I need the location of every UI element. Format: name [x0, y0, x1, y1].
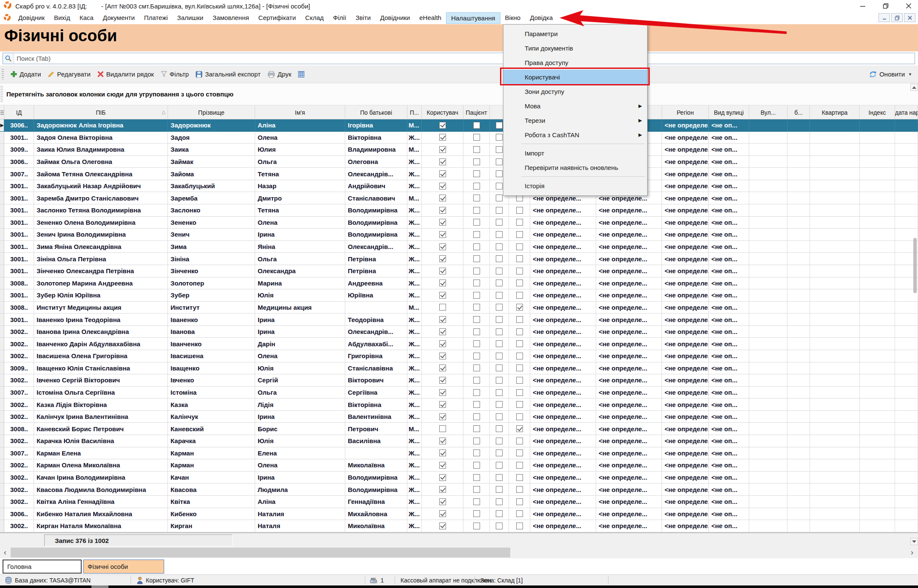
checkbox-patient[interactable] — [473, 510, 480, 517]
mdi-restore-icon[interactable] — [891, 13, 903, 22]
checkbox-c3[interactable] — [496, 195, 503, 201]
checkbox-c3[interactable] — [496, 449, 503, 456]
checkbox-c4[interactable] — [516, 401, 523, 408]
table-row[interactable]: 3001..Задоя Олена ВікторівнаЗадояОленаВі… — [0, 132, 918, 144]
checkbox-user[interactable] — [439, 377, 446, 384]
checkbox-c3[interactable] — [496, 146, 503, 153]
checkbox-user[interactable] — [439, 498, 446, 505]
checkbox-user[interactable] — [439, 389, 446, 396]
checkbox-c3[interactable] — [496, 389, 503, 396]
checkbox-c3[interactable] — [496, 243, 503, 250]
table-row[interactable]: 3002..Казка Лідія ВікторівнаКазкаЛідіяВі… — [0, 399, 918, 411]
checkbox-c4[interactable] — [516, 353, 523, 359]
checkbox-patient[interactable] — [473, 425, 480, 432]
checkbox-patient[interactable] — [473, 304, 480, 311]
column-header-patient[interactable]: Пацієнт — [463, 105, 490, 119]
checkbox-c3[interactable] — [496, 231, 503, 238]
checkbox-user[interactable] — [439, 243, 446, 250]
checkbox-patient[interactable] — [473, 438, 480, 444]
menu-item-9[interactable]: Склад — [301, 12, 328, 24]
checkbox-c4[interactable] — [516, 255, 523, 262]
checkbox-c4[interactable] — [516, 365, 523, 371]
table-row[interactable]: 3008..Золотопер Марина АндреевнаЗолотопе… — [0, 277, 918, 290]
menu-item-1[interactable]: Довідник — [14, 12, 49, 24]
table-row[interactable]: 3001..Зененко Олена ВолодимирівнаЗененко… — [0, 217, 918, 229]
checkbox-patient[interactable] — [473, 462, 480, 469]
checkbox-c3[interactable] — [496, 134, 503, 141]
scroll-left-icon[interactable]: ‹ — [0, 547, 10, 558]
checkbox-user[interactable] — [439, 219, 446, 226]
column-header-name[interactable]: Ім'я — [255, 105, 345, 119]
checkbox-patient[interactable] — [473, 377, 480, 384]
table-row[interactable]: 3002..Квасова Людмила ВолодимирівнаКвасо… — [0, 483, 918, 496]
checkbox-patient[interactable] — [473, 365, 480, 371]
table-row[interactable]: 3001..Зінченко Олександра ПетрівнаЗінчен… — [0, 265, 918, 277]
tab-fizychni-osoby[interactable]: Фізичні особи — [83, 560, 164, 574]
checkbox-c3[interactable] — [496, 523, 503, 529]
checkbox-user[interactable] — [439, 122, 446, 129]
checkbox-patient[interactable] — [473, 389, 480, 396]
checkbox-user[interactable] — [439, 462, 446, 469]
menu-item-3[interactable]: Каса — [75, 12, 98, 24]
checkbox-user[interactable] — [439, 280, 446, 286]
table-row[interactable]: 3002..Качан Ірина ВолодимирівнаКачанІрин… — [0, 472, 918, 484]
table-row[interactable]: 3001..Зініна Ольга ПетрівнаЗінінаОльгаПе… — [0, 253, 918, 265]
dropdown-item-7[interactable]: Терези▶ — [503, 113, 647, 127]
checkbox-c3[interactable] — [496, 158, 503, 165]
table-row[interactable]: 3002..Карачка Юлія ВасилівнаКарачкаЮліяВ… — [0, 435, 918, 447]
sort-ascending-icon[interactable]: △ — [162, 109, 165, 115]
close-icon[interactable] — [905, 3, 912, 9]
checkbox-patient[interactable] — [473, 195, 480, 201]
search-input[interactable]: Поиск (Tab) — [3, 53, 915, 64]
checkbox-user[interactable] — [439, 328, 446, 335]
checkbox-patient[interactable] — [473, 328, 480, 335]
checkbox-user[interactable] — [439, 438, 446, 444]
checkbox-c3[interactable] — [496, 292, 503, 299]
menu-item-10[interactable]: Філії — [328, 12, 351, 24]
checkbox-c3[interactable] — [496, 486, 503, 493]
checkbox-c3[interactable] — [496, 316, 503, 323]
table-row[interactable]: 3001..Іваненко Ірина ТеодорівнаІваненкоІ… — [0, 314, 918, 326]
checkbox-user[interactable] — [439, 474, 446, 481]
checkbox-user[interactable] — [439, 158, 446, 165]
table-row[interactable]: 3001..Закаблуцький Назар АндрійовичЗакаб… — [0, 180, 918, 192]
table-row[interactable]: 3001..Зенич Ірина ВолодимирівнаЗеничІрин… — [0, 229, 918, 241]
mdi-minimize-icon[interactable] — [878, 13, 890, 22]
checkbox-patient[interactable] — [473, 255, 480, 262]
checkbox-c4[interactable] — [516, 462, 523, 469]
menu-item-7[interactable]: Замовлення — [208, 12, 253, 24]
checkbox-user[interactable] — [439, 340, 446, 347]
checkbox-c4[interactable] — [516, 268, 523, 274]
filter-button[interactable]: Фільтр — [161, 71, 189, 78]
add-button[interactable]: Додати — [11, 71, 41, 78]
checkbox-user[interactable] — [439, 170, 446, 177]
checkbox-user[interactable] — [439, 134, 446, 141]
column-header-apt[interactable]: Квартира — [810, 105, 860, 119]
checkbox-c4[interactable] — [516, 219, 523, 226]
dropdown-item-11[interactable]: Перевірити наявність оновлень — [503, 160, 647, 175]
checkbox-c4[interactable] — [516, 523, 523, 529]
checkbox-c4[interactable] — [516, 377, 523, 384]
menu-item-11[interactable]: Звіти — [351, 12, 375, 24]
checkbox-c3[interactable] — [496, 328, 503, 335]
tab-holovna[interactable]: Головна — [3, 560, 82, 574]
table-row[interactable]: 3008..Каневский Борис ПетровичКаневскийБ… — [0, 423, 918, 435]
checkbox-c3[interactable] — [496, 401, 503, 408]
checkbox-c4[interactable] — [516, 498, 523, 505]
checkbox-user[interactable] — [439, 510, 446, 517]
checkbox-patient[interactable] — [473, 280, 480, 286]
checkbox-patient[interactable] — [473, 353, 480, 359]
table-row[interactable]: 3008..Институт Медицины акцияИнститутМед… — [0, 302, 918, 314]
table-row[interactable]: 3001..Заремба Дмитро СтаніславовичЗаремб… — [0, 192, 918, 204]
column-header-vid[interactable]: Вид вулиці — [709, 105, 749, 119]
checkbox-c4[interactable] — [516, 474, 523, 481]
dropdown-item-8[interactable]: Робота з CashTAN▶ — [503, 127, 647, 142]
checkbox-patient[interactable] — [473, 316, 480, 323]
checkbox-c3[interactable] — [496, 413, 503, 420]
table-row[interactable]: 3001..Зубер Юлія ЮріївнаЗуберЮліяЮріївна… — [0, 289, 918, 302]
table-row[interactable]: 3001..Зима Яніна ОлександрівнаЗимаЯнінаО… — [0, 241, 918, 253]
checkbox-patient[interactable] — [473, 231, 480, 238]
checkbox-patient[interactable] — [473, 134, 480, 141]
checkbox-user[interactable] — [439, 255, 446, 262]
checkbox-user[interactable] — [439, 304, 446, 311]
